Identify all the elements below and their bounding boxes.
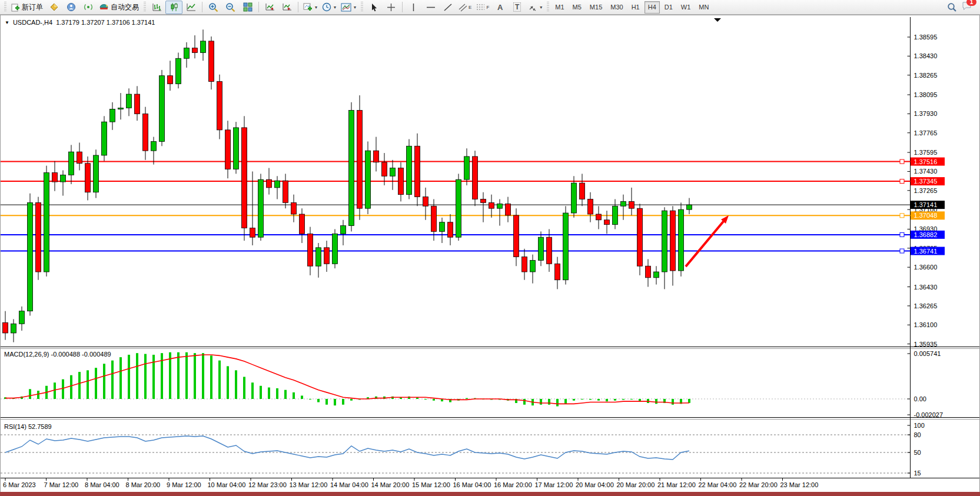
candle-body	[275, 181, 280, 188]
candle-body	[258, 179, 264, 237]
time-tick-label: 8 Mar 04:00	[85, 481, 119, 488]
timeframe-m15-button[interactable]: M15	[586, 1, 606, 14]
zoom-out-button[interactable]	[222, 1, 239, 14]
fibonacci-icon	[476, 3, 486, 12]
time-tick-label: 15 Mar 12:00	[412, 481, 450, 488]
timeframe-toolbar: M1M5M15M30H1H4D1W1MN	[552, 1, 712, 14]
toolbar-separator	[298, 2, 298, 12]
candle-body	[127, 94, 132, 108]
candle-body	[407, 146, 412, 194]
candle-body	[580, 183, 585, 199]
bar-chart-button[interactable]	[148, 1, 165, 14]
terminal-button[interactable]	[79, 1, 97, 14]
templates-button[interactable]: ▾	[338, 1, 358, 14]
candle-body	[316, 248, 321, 266]
candle-body	[670, 211, 676, 271]
rsi-tick-label: 100	[914, 422, 925, 429]
candle-body	[135, 94, 140, 114]
fibonacci-button[interactable]: F	[474, 1, 491, 14]
candle-body	[61, 175, 66, 182]
trendline-button[interactable]	[439, 1, 456, 14]
search-icon[interactable]	[947, 2, 957, 12]
axis-price-flag-text: 1.37345	[914, 178, 938, 185]
candle-body	[217, 81, 222, 129]
chat-badge: 1	[966, 0, 976, 6]
candle-body	[118, 108, 124, 109]
chat-button[interactable]: 1	[962, 1, 972, 13]
periods-button[interactable]: ▾	[320, 1, 338, 14]
time-tick-label: 14 Mar 20:00	[371, 481, 410, 488]
timeframe-mn-button[interactable]: MN	[695, 1, 712, 14]
time-tick-label: 22 Mar 04:00	[699, 481, 737, 488]
candle-body	[176, 58, 181, 84]
chart-shift-icon	[283, 2, 292, 12]
bottom-accent-bar	[0, 492, 980, 496]
axis-price-flag: 1.37141	[911, 201, 945, 209]
candle-body	[267, 179, 272, 188]
new-chart-button[interactable]: ▾	[301, 1, 320, 14]
timeframe-m1-button[interactable]: M1	[552, 1, 567, 14]
chart-background	[1, 17, 979, 489]
toolbar-grip[interactable]	[361, 2, 363, 12]
candle-body	[473, 157, 478, 199]
candle-body	[143, 114, 148, 151]
candle-body	[225, 130, 231, 169]
candle-body	[687, 205, 692, 209]
candle-body	[160, 76, 165, 142]
autotrading-button[interactable]: 自动交易	[97, 1, 141, 14]
text-button[interactable]: A	[491, 1, 509, 14]
horizontal-line-icon	[426, 3, 436, 12]
template-icon	[341, 3, 351, 12]
time-tick-label: 9 Mar 12:00	[167, 481, 201, 488]
candle-body	[69, 152, 74, 175]
candle-body	[201, 41, 206, 53]
arrows-icon	[528, 3, 537, 12]
candle-body	[596, 214, 602, 220]
periods-caret-icon: ▾	[334, 5, 336, 10]
candle-body	[242, 128, 247, 228]
timeframe-h4-button[interactable]: H4	[645, 1, 660, 14]
autotrading-icon	[99, 2, 109, 12]
chart-shift-button[interactable]	[278, 1, 295, 14]
timeframe-h1-button[interactable]: H1	[628, 1, 643, 14]
time-tick-label: 20 Mar 20:00	[617, 481, 655, 488]
navigator-button[interactable]	[62, 1, 79, 14]
chart-menu-icon[interactable]: ▼	[5, 20, 9, 25]
candlestick-chart-button[interactable]	[165, 1, 182, 14]
price-tick-label: 1.37430	[914, 168, 938, 175]
vertical-line-button[interactable]	[405, 1, 422, 14]
timeframe-m5-button[interactable]: M5	[569, 1, 585, 14]
candle-body	[398, 168, 404, 195]
price-tick-label: 1.37265	[914, 187, 938, 194]
text-label-button[interactable]: T	[509, 1, 526, 14]
axis-price-flag-text: 1.36741	[914, 248, 938, 255]
timeframe-d1-button[interactable]: D1	[661, 1, 676, 14]
time-tick-label: 22 Mar 20:00	[739, 481, 778, 488]
horizontal-line-button[interactable]	[422, 1, 439, 14]
toolbar-grip[interactable]	[4, 2, 6, 12]
new-order-label: 新订单	[22, 2, 43, 12]
crosshair-button[interactable]	[383, 1, 400, 14]
cursor-button[interactable]	[366, 1, 383, 14]
tile-windows-button[interactable]	[239, 1, 256, 14]
chart-canvas[interactable]: 1.385951.384301.382651.380951.379301.377…	[1, 15, 979, 492]
market-watch-button[interactable]	[45, 1, 62, 14]
axis-price-flag: 1.36741	[911, 247, 945, 255]
candle-body	[168, 76, 173, 84]
auto-scroll-button[interactable]	[261, 1, 278, 14]
equidistant-channel-button[interactable]: E	[456, 1, 474, 14]
candle-body	[110, 109, 115, 122]
candle-body	[654, 272, 659, 278]
rsi-tick-label: 80	[914, 431, 921, 438]
new-order-button[interactable]: 新订单	[9, 1, 45, 14]
line-chart-button[interactable]	[182, 1, 200, 14]
timeframe-w1-button[interactable]: W1	[677, 1, 695, 14]
toolbar-grip[interactable]	[144, 2, 146, 12]
arrows-button[interactable]: ▾	[526, 1, 544, 14]
zoom-in-button[interactable]	[205, 1, 222, 14]
toolbar-grip[interactable]	[547, 2, 549, 12]
timeframe-m30-button[interactable]: M30	[607, 1, 626, 14]
new-chart-caret-icon: ▾	[315, 5, 317, 10]
chart-header: ▼ USDCAD-,H4 1.37179 1.37207 1.37106 1.3…	[5, 19, 155, 26]
candle-body	[357, 111, 363, 209]
